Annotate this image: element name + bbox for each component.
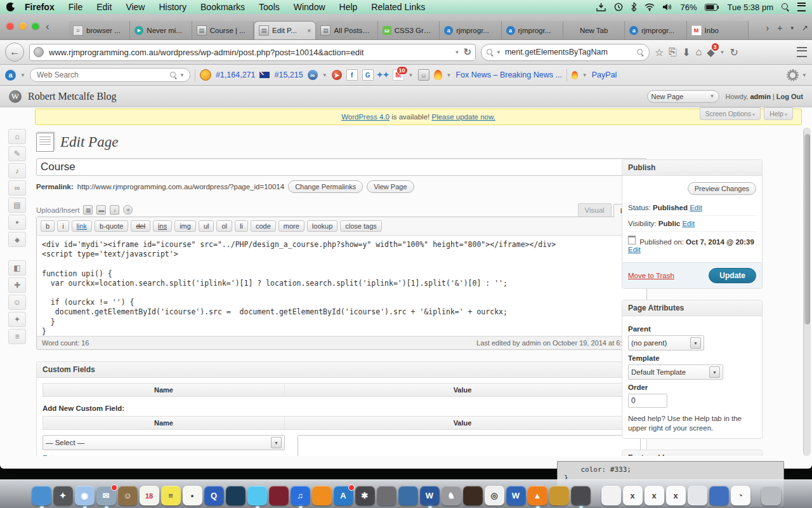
menu-item[interactable]: Edit: [96, 2, 112, 12]
browser-tab[interactable]: Edit P... ×: [254, 21, 316, 39]
hit-counter-link[interactable]: #1,164,271: [216, 70, 256, 79]
add-audio-icon[interactable]: ♪: [110, 205, 119, 215]
preview-changes-button[interactable]: Preview Changes: [688, 182, 756, 195]
web-search-input[interactable]: [36, 70, 167, 80]
dock-icon[interactable]: x: [645, 486, 664, 505]
spotlight-icon[interactable]: [782, 3, 789, 11]
enter-new-link[interactable]: Enter new: [43, 454, 75, 456]
browser-tab[interactable]: Inbo: [687, 21, 749, 39]
sidebar-menu-icon[interactable]: [8, 129, 26, 144]
custom-field-key-select[interactable]: — Select — ▼: [43, 435, 285, 450]
sidebar-menu-icon[interactable]: [8, 295, 26, 310]
dock-icon[interactable]: [269, 486, 289, 505]
dock-icon[interactable]: ▲: [528, 486, 547, 505]
scrollbar-thumb[interactable]: [804, 134, 810, 324]
menu-hamburger-icon[interactable]: [797, 47, 807, 57]
add-video-icon[interactable]: ▬: [96, 205, 106, 215]
answers-icon[interactable]: a: [5, 70, 16, 81]
sidebar-menu-icon[interactable]: [8, 312, 26, 327]
dock-icon[interactable]: ✉: [96, 486, 116, 505]
dock-icon[interactable]: [226, 486, 246, 505]
answers-dropdown-icon[interactable]: ▼: [20, 72, 25, 78]
search-bar[interactable]: ▼: [481, 44, 650, 61]
zoom-window-button[interactable]: [32, 22, 39, 30]
browser-tab[interactable]: browser ...: [69, 21, 130, 39]
publish-header[interactable]: Publish: [622, 160, 762, 176]
history-sync-icon[interactable]: ↻: [730, 46, 738, 58]
notification-center-icon[interactable]: [797, 3, 806, 11]
dock-icon[interactable]: Q: [204, 486, 224, 505]
sitemeter-icon[interactable]: ➤: [332, 70, 342, 80]
dock-icon[interactable]: A: [334, 486, 353, 505]
url-bar[interactable]: ▼ ↻: [29, 44, 476, 61]
dock-icon[interactable]: ◉: [75, 486, 95, 505]
new-tab-button[interactable]: +: [777, 23, 782, 33]
url-dropdown-icon[interactable]: ▼: [455, 50, 460, 55]
clipboard-icon[interactable]: ⎘: [669, 46, 677, 58]
feedly-dropdown-icon[interactable]: ▼: [447, 72, 452, 78]
link-tool-icon[interactable]: ∞: [308, 70, 318, 80]
quicktag-button[interactable]: code: [251, 220, 276, 232]
download-status-icon[interactable]: [596, 3, 606, 11]
post-title-input[interactable]: [36, 158, 647, 176]
bookmark-star-icon[interactable]: ☆: [655, 46, 664, 58]
fox-news-bookmark[interactable]: Fox News – Breaking News ...: [455, 70, 561, 79]
volume-icon[interactable]: [663, 3, 672, 11]
current-user-link[interactable]: admin: [750, 93, 770, 100]
dock-icon[interactable]: x: [623, 486, 643, 505]
browser-tab[interactable]: New Tab: [563, 21, 625, 39]
dock-icon[interactable]: [463, 486, 483, 505]
dock-icon[interactable]: [247, 486, 267, 505]
screen-options-tab[interactable]: Screen Options: [700, 107, 761, 120]
dock-icon[interactable]: [761, 486, 781, 505]
browser-tab[interactable]: All Posts ...: [316, 21, 377, 39]
dock-icon[interactable]: [549, 486, 569, 505]
dock-icon[interactable]: ♞: [442, 486, 461, 505]
quicktag-button[interactable]: ins: [153, 220, 172, 232]
downloads-icon[interactable]: ⬇: [682, 46, 690, 58]
dock-icon[interactable]: ◔: [731, 486, 750, 505]
menu-item[interactable]: Related Links: [371, 2, 425, 12]
edit-status-link[interactable]: Edit: [690, 204, 702, 211]
gear-icon[interactable]: [788, 70, 797, 80]
wordpress-version-link[interactable]: WordPress 4.0: [341, 113, 390, 121]
browser-tab[interactable]: CSS3 Gra...: [378, 21, 440, 39]
sparkle-icon[interactable]: ✦✦: [378, 70, 388, 80]
firesearch-icon[interactable]: [572, 71, 578, 79]
browser-tab[interactable]: rjmprogr...: [502, 21, 563, 39]
paypal-bookmark[interactable]: PayPal: [592, 70, 617, 79]
template-select[interactable]: Default Template ▼: [628, 364, 723, 380]
battery-icon[interactable]: [705, 4, 719, 11]
sidebar-menu-icon[interactable]: [8, 232, 26, 247]
rank-counter-link[interactable]: #15,215: [274, 70, 303, 79]
menu-bar-clock[interactable]: Tue 5:38 pm: [727, 3, 773, 12]
url-input[interactable]: [48, 47, 451, 58]
dock-icon[interactable]: ◎: [485, 486, 504, 505]
dock-icon[interactable]: [398, 486, 418, 505]
tab-close-icon[interactable]: ×: [307, 27, 311, 34]
site-identity-icon[interactable]: [34, 47, 44, 57]
edit-published-link[interactable]: Edit: [628, 246, 641, 253]
update-now-link[interactable]: Please update now.: [431, 113, 495, 121]
dock-icon[interactable]: 18: [140, 486, 159, 505]
custom-field-value-textarea[interactable]: [298, 435, 641, 456]
change-permalinks-button[interactable]: Change Permalinks: [288, 180, 363, 193]
browser-tab[interactable]: Never mi...: [130, 21, 192, 39]
tab-overflow-icon[interactable]: ›: [766, 23, 769, 33]
page-attributes-header[interactable]: Page Attributes: [622, 300, 762, 316]
move-to-trash-link[interactable]: Move to Trash: [628, 272, 674, 279]
menu-item[interactable]: Tools: [259, 2, 280, 12]
quicktag-button[interactable]: b: [41, 220, 55, 232]
adblock-icon[interactable]: ◆3: [707, 46, 714, 58]
dock-icon[interactable]: ✦: [53, 486, 73, 505]
feedly-flame-icon[interactable]: [434, 70, 442, 80]
quicktag-button[interactable]: img: [174, 220, 196, 232]
dock-icon[interactable]: x: [666, 486, 686, 505]
quicktag-button[interactable]: ul: [199, 220, 214, 232]
menu-item[interactable]: Window: [294, 2, 325, 12]
logout-link[interactable]: Log Out: [776, 93, 803, 100]
add-image-icon[interactable]: ▦: [83, 205, 93, 215]
quicktag-button[interactable]: link: [72, 220, 93, 232]
sidebar-menu-icon[interactable]: [8, 277, 26, 293]
menu-item[interactable]: File: [69, 2, 83, 12]
